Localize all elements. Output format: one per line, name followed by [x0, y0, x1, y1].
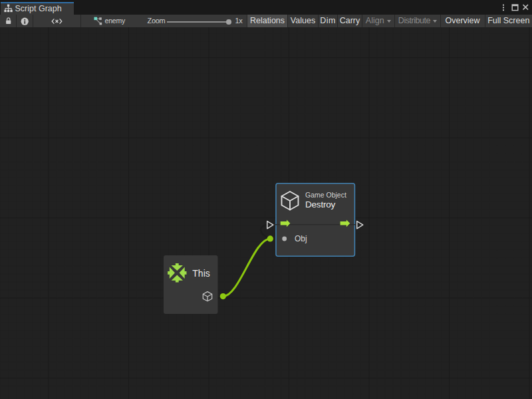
- svg-text:Destroy: Destroy: [305, 200, 336, 209]
- svg-text:This: This: [192, 268, 209, 279]
- svg-text:Obj: Obj: [295, 234, 307, 243]
- svg-text:Game Object: Game Object: [305, 191, 346, 199]
